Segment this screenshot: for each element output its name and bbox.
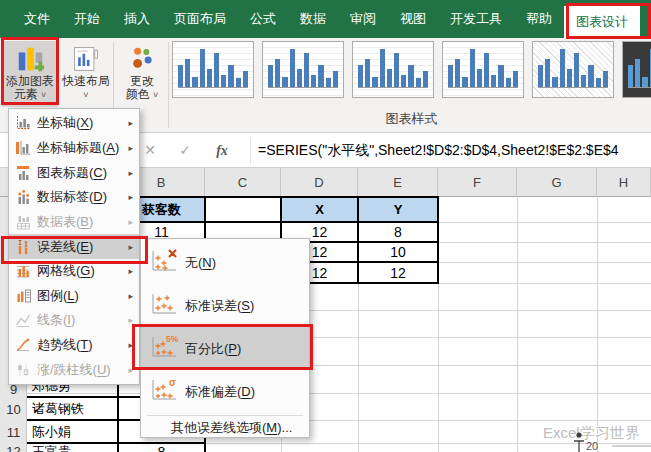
- cell-e4[interactable]: 12: [358, 262, 438, 283]
- cell-a10[interactable]: 诸葛钢铁: [28, 397, 118, 420]
- insert-function-icon[interactable]: fx: [205, 133, 239, 168]
- cell-a12[interactable]: 王富贵: [28, 443, 118, 452]
- column-header-f[interactable]: F: [438, 168, 517, 197]
- formula-bar-divider: [250, 137, 251, 164]
- error-bars-icon: [15, 238, 37, 255]
- submenu-item-percentage[interactable]: 5% 百分比(P): [141, 327, 309, 370]
- menu-item-axes[interactable]: 坐标轴(X) ▸: [9, 111, 139, 136]
- submenu-item-standard-error[interactable]: 标准误差(S): [141, 284, 309, 327]
- formula-input[interactable]: =SERIES("水平线",Sheet2!$D$2:$D$4,Sheet2!$E…: [258, 133, 650, 168]
- chart-styles-gallery: [172, 41, 651, 101]
- trendline-icon: [15, 337, 37, 354]
- data-table-icon: [15, 213, 37, 230]
- submenu-item-standard-deviation[interactable]: σ 标准偏差(D): [141, 370, 309, 413]
- menu-item-trendline[interactable]: 趋势线(T) ▸: [9, 333, 139, 358]
- add-chart-element-icon: [15, 43, 45, 75]
- tab-formulas[interactable]: 公式: [238, 0, 288, 38]
- tab-home[interactable]: 开始: [62, 0, 112, 38]
- up-down-bars-icon: [15, 361, 37, 378]
- tab-help[interactable]: 帮助: [514, 0, 564, 38]
- svg-text:σ: σ: [169, 377, 176, 388]
- submenu-item-none[interactable]: 无(N): [141, 241, 309, 284]
- ribbon-divider: [168, 42, 169, 128]
- menu-item-chart-title[interactable]: 图表标题(C) ▸: [9, 160, 139, 185]
- submenu-arrow-icon: ▸: [128, 192, 135, 202]
- column-header-c[interactable]: C: [205, 168, 281, 197]
- row-header-10[interactable]: 10: [0, 398, 27, 421]
- quick-layout-button[interactable]: 快速布局 ˅: [62, 41, 110, 107]
- menu-item-legend[interactable]: 图例(L) ▸: [9, 283, 139, 308]
- column-header-d[interactable]: D: [281, 168, 358, 197]
- standard-error-icon: [149, 290, 185, 321]
- standard-deviation-icon: σ: [149, 376, 185, 407]
- menu-separator: [147, 415, 303, 416]
- cell-e2[interactable]: 8: [358, 222, 438, 242]
- error-bars-submenu: 无(N) 标准误差(S) 5% 百分比(P): [140, 238, 310, 438]
- tab-file[interactable]: 文件: [12, 0, 62, 38]
- row-header-11[interactable]: 11: [0, 421, 27, 444]
- submenu-arrow-icon: ▸: [128, 365, 135, 375]
- table-border: [27, 442, 205, 444]
- data-labels-icon: [15, 189, 37, 206]
- chart-style-thumbnail[interactable]: [442, 41, 524, 98]
- chart-style-thumbnail[interactable]: [352, 41, 434, 98]
- tab-review[interactable]: 审阅: [338, 0, 388, 38]
- mini-bar-chart: [358, 47, 428, 88]
- chevron-down-icon: ˅: [41, 90, 46, 100]
- chart-title-icon: [15, 164, 37, 181]
- submenu-arrow-icon: ▸: [128, 143, 135, 153]
- tab-insert[interactable]: 插入: [112, 0, 162, 38]
- chart-style-thumbnail[interactable]: [532, 41, 614, 98]
- error-bars-none-icon: [149, 247, 185, 278]
- cell-b12[interactable]: 8: [118, 443, 205, 452]
- column-header-h[interactable]: H: [597, 168, 651, 197]
- ribbon-tab-bar: 文件 开始 插入 页面布局 公式 数据 审阅 视图 开发工具 帮助 图表设计: [0, 0, 651, 38]
- change-colors-label: 更改: [130, 74, 154, 88]
- column-header-g[interactable]: G: [517, 168, 597, 197]
- submenu-arrow-icon: ▸: [128, 340, 135, 350]
- chart-style-thumbnail[interactable]: [172, 41, 254, 98]
- column-header-e[interactable]: E: [358, 168, 438, 197]
- legend-icon: [15, 287, 37, 304]
- tab-data[interactable]: 数据: [288, 0, 338, 38]
- percentage-icon: 5%: [149, 333, 185, 364]
- chart-styles-group-label: 图表样式: [172, 110, 651, 128]
- cell-e3[interactable]: 10: [358, 242, 438, 262]
- mini-bar-chart: [178, 47, 248, 88]
- gridlines-icon: [15, 263, 37, 280]
- change-colors-button[interactable]: 更改 颜色 ˅: [119, 41, 165, 107]
- gridline: [597, 197, 598, 452]
- row-header-12[interactable]: 12: [0, 444, 27, 452]
- submenu-arrow-icon: ▸: [128, 242, 135, 252]
- menu-item-gridlines[interactable]: 网格线(G) ▸: [9, 259, 139, 284]
- table-border: [437, 196, 439, 284]
- submenu-arrow-icon: ▸: [128, 118, 135, 128]
- excel-window: 文件 开始 插入 页面布局 公式 数据 审阅 视图 开发工具 帮助 图表设计 添…: [0, 0, 651, 452]
- chart-style-thumbnail[interactable]: [622, 41, 651, 98]
- chart-fragment: [570, 430, 651, 452]
- tab-chart-design[interactable]: 图表设计: [564, 6, 640, 38]
- submenu-arrow-icon: ▸: [128, 168, 135, 178]
- menu-item-lines: 线条(I) ▸: [9, 308, 139, 333]
- cell-d1[interactable]: X: [281, 197, 358, 222]
- mini-bar-chart: [268, 47, 338, 88]
- tab-view[interactable]: 视图: [388, 0, 438, 38]
- chart-style-thumbnail[interactable]: [262, 41, 344, 98]
- add-chart-element-button[interactable]: 添加图表 元素 ˅: [2, 41, 58, 107]
- submenu-item-more-error-bar-options[interactable]: 其他误差线选项(M)...: [141, 418, 309, 438]
- gridline: [517, 197, 518, 452]
- menu-item-data-labels[interactable]: 数据标签(D) ▸: [9, 185, 139, 210]
- tab-developer[interactable]: 开发工具: [438, 0, 514, 38]
- enter-icon[interactable]: ✓: [168, 133, 202, 168]
- chevron-down-icon: ˅: [153, 90, 158, 100]
- menu-item-axis-titles[interactable]: 坐标轴标题(A) ▸: [9, 136, 139, 161]
- mini-bar-chart: [448, 47, 518, 88]
- tab-page-layout[interactable]: 页面布局: [162, 0, 238, 38]
- mini-bar-chart: [628, 47, 651, 88]
- submenu-arrow-icon: ▸: [128, 266, 135, 276]
- table-border: [118, 221, 438, 223]
- axes-icon: [15, 115, 37, 132]
- menu-item-error-bars[interactable]: 误差线(E) ▸: [9, 234, 139, 259]
- cell-a11[interactable]: 陈小娟: [28, 420, 118, 443]
- cell-e1[interactable]: Y: [358, 197, 438, 222]
